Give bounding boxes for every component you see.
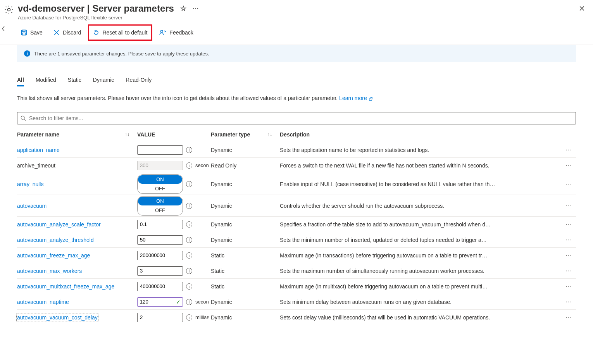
info-icon[interactable]: i bbox=[186, 314, 192, 321]
col-description[interactable]: Description bbox=[280, 131, 560, 138]
table-row: autovacuum_max_workersiStaticSets the ma… bbox=[17, 263, 576, 279]
learn-more-link[interactable]: Learn more bbox=[339, 95, 372, 101]
param-value-input bbox=[137, 161, 183, 170]
param-description: Enables input of NULL (case insensitive)… bbox=[280, 181, 560, 187]
param-description: Maximum age (in transactions) before tri… bbox=[280, 252, 560, 259]
info-icon[interactable]: i bbox=[186, 147, 192, 153]
description-line: This list shows all server parameters. P… bbox=[0, 88, 593, 105]
param-description: Sets the minimum number of inserted, upd… bbox=[280, 237, 560, 243]
feedback-button[interactable]: Feedback bbox=[155, 26, 197, 39]
save-button[interactable]: Save bbox=[17, 26, 47, 39]
tab-all[interactable]: All bbox=[17, 77, 24, 86]
info-banner: There are 1 unsaved parameter changes. P… bbox=[17, 45, 576, 62]
tab-dynamic[interactable]: Dynamic bbox=[93, 77, 114, 86]
row-more-icon[interactable]: ··· bbox=[560, 202, 576, 210]
param-value-input[interactable] bbox=[137, 266, 183, 276]
col-value[interactable]: VALUE bbox=[137, 131, 211, 138]
header-more-icon[interactable]: ··· bbox=[193, 5, 199, 12]
info-icon[interactable]: i bbox=[186, 299, 192, 305]
param-type: Static bbox=[211, 283, 280, 290]
info-icon[interactable]: i bbox=[186, 162, 192, 169]
discard-button[interactable]: Discard bbox=[50, 26, 85, 39]
row-more-icon[interactable]: ··· bbox=[560, 313, 576, 321]
param-name-link[interactable]: autovacuum_freeze_max_age bbox=[17, 252, 90, 259]
param-value-input[interactable] bbox=[137, 282, 183, 291]
param-name-link[interactable]: autovacuum_analyze_threshold bbox=[17, 237, 94, 243]
param-name-link[interactable]: autovacuum_multixact_freeze_max_age bbox=[17, 283, 114, 290]
param-description: Sets cost delay value (milliseconds) tha… bbox=[280, 314, 560, 321]
col-parameter-type[interactable]: Parameter type↑↓ bbox=[211, 131, 280, 138]
param-description: Sets minimum delay between autovacuum ru… bbox=[280, 299, 560, 305]
param-description: Sets the application name to be reported… bbox=[280, 147, 560, 153]
info-icon[interactable]: i bbox=[186, 221, 192, 228]
param-name-link[interactable]: autovacuum_analyze_scale_factor bbox=[17, 221, 101, 228]
row-more-icon[interactable]: ··· bbox=[560, 146, 576, 154]
info-icon[interactable]: i bbox=[186, 252, 192, 259]
parameter-search[interactable] bbox=[17, 112, 576, 124]
table-row: autovacuum_vacuum_cost_delayimillisecond… bbox=[17, 310, 576, 325]
param-type: Dynamic bbox=[211, 314, 280, 321]
search-input[interactable] bbox=[28, 113, 572, 124]
param-name-link[interactable]: array_nulls bbox=[17, 181, 43, 187]
favorite-star-icon[interactable]: ☆ bbox=[180, 4, 186, 13]
row-more-icon[interactable]: ··· bbox=[560, 251, 576, 259]
param-value-input[interactable] bbox=[137, 297, 183, 307]
row-more-icon[interactable]: ··· bbox=[560, 267, 576, 275]
param-name-link[interactable]: application_name bbox=[17, 147, 60, 153]
row-more-icon[interactable]: ··· bbox=[560, 298, 576, 306]
table-row: autovacuum_freeze_max_ageiStaticMaximum … bbox=[17, 248, 576, 263]
save-icon bbox=[21, 29, 27, 36]
param-name-link[interactable]: autovacuum_max_workers bbox=[17, 268, 82, 274]
svg-point-4 bbox=[160, 30, 163, 33]
param-name-link[interactable]: autovacuum bbox=[17, 203, 47, 209]
row-more-icon[interactable]: ··· bbox=[560, 180, 576, 188]
row-more-icon[interactable]: ··· bbox=[560, 220, 576, 228]
param-type: Dynamic bbox=[211, 147, 280, 153]
param-value-input[interactable] bbox=[137, 235, 183, 245]
svg-rect-3 bbox=[22, 33, 26, 35]
row-more-icon[interactable]: ··· bbox=[560, 282, 576, 290]
discard-icon bbox=[53, 29, 60, 36]
toggle-on-off[interactable]: ONOFF bbox=[137, 174, 183, 194]
table-row: autovacuum_analyze_thresholdiDynamicSets… bbox=[17, 232, 576, 248]
tab-static[interactable]: Static bbox=[68, 77, 81, 86]
param-type: Read Only bbox=[211, 162, 280, 169]
table-header: Parameter name↑↓ VALUE Parameter type↑↓ … bbox=[17, 127, 576, 142]
svg-point-0 bbox=[8, 9, 10, 11]
reset-all-button[interactable]: Reset all to default bbox=[88, 24, 152, 41]
info-icon[interactable]: i bbox=[186, 237, 192, 243]
close-icon[interactable]: ✕ bbox=[579, 5, 585, 12]
page-title: vd-demoserver | Server parameters ☆ ··· bbox=[18, 3, 589, 14]
param-type: Static bbox=[211, 268, 280, 274]
tab-modified[interactable]: Modified bbox=[36, 77, 56, 86]
unit-label: seconds bbox=[195, 162, 209, 168]
tab-read-only[interactable]: Read-Only bbox=[126, 77, 152, 86]
param-name-link[interactable]: autovacuum_naptime bbox=[17, 299, 69, 305]
col-parameter-name[interactable]: Parameter name↑↓ bbox=[17, 131, 137, 138]
param-type: Dynamic bbox=[211, 237, 280, 243]
chevron-left-icon[interactable] bbox=[2, 26, 5, 31]
param-name-link[interactable]: autovacuum_vacuum_cost_delay bbox=[17, 314, 98, 321]
info-icon[interactable]: i bbox=[186, 203, 192, 209]
info-icon[interactable]: i bbox=[186, 181, 192, 187]
param-description: Controls whether the server should run t… bbox=[280, 203, 560, 209]
toggle-on-off[interactable]: ONOFF bbox=[137, 196, 183, 216]
param-type: Dynamic bbox=[211, 221, 280, 228]
table-row: autovacuum_analyze_scale_factoriDynamicS… bbox=[17, 217, 576, 232]
svg-rect-6 bbox=[27, 53, 28, 55]
gear-icon bbox=[4, 5, 14, 15]
info-icon[interactable]: i bbox=[186, 268, 192, 274]
row-more-icon[interactable]: ··· bbox=[560, 161, 576, 169]
param-value-input[interactable] bbox=[137, 251, 183, 260]
table-row: array_nullsONOFFiDynamicEnables input of… bbox=[17, 173, 576, 195]
param-type: Dynamic bbox=[211, 299, 280, 305]
info-icon bbox=[24, 50, 30, 57]
search-icon bbox=[21, 116, 26, 121]
param-value-input[interactable] bbox=[137, 220, 183, 229]
row-more-icon[interactable]: ··· bbox=[560, 236, 576, 244]
info-icon[interactable]: i bbox=[186, 283, 192, 290]
param-value-input[interactable] bbox=[137, 145, 183, 155]
param-value-input[interactable] bbox=[137, 313, 183, 322]
reset-icon bbox=[93, 29, 99, 36]
table-row: autovacuumONOFFiDynamicControls whether … bbox=[17, 195, 576, 217]
